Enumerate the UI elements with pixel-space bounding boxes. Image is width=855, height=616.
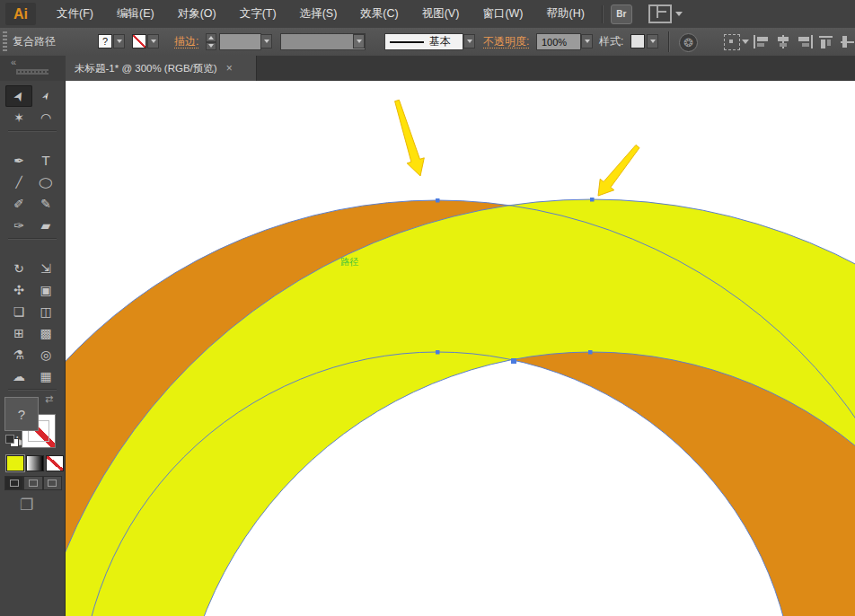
fill-color-dropdown[interactable]: [113, 34, 125, 48]
free-transform-tool[interactable]: ▣: [32, 279, 59, 301]
stroke-panel-link[interactable]: 描边:: [174, 28, 198, 48]
app-logo: Ai: [5, 3, 36, 25]
anchor-point[interactable]: [436, 350, 440, 355]
fill-color-swatch[interactable]: ?: [98, 34, 112, 48]
width-tool[interactable]: ✣: [5, 279, 32, 301]
screen-mode-icon[interactable]: ❐: [20, 496, 33, 515]
recolor-artwork-icon[interactable]: ❂: [679, 33, 698, 52]
column-graph-tool[interactable]: ▦: [32, 365, 59, 387]
stroke-profile-dropdown[interactable]: [353, 34, 365, 48]
direct-selection-icon: ➢: [39, 90, 52, 103]
stepper-up-icon[interactable]: [206, 33, 216, 42]
magic-wand-tool[interactable]: ✶: [5, 107, 32, 128]
draw-normal-button[interactable]: [4, 476, 23, 490]
graphic-style-swatch[interactable]: [630, 34, 645, 48]
selection-tool[interactable]: ➤: [5, 85, 32, 107]
gradient-tool[interactable]: ▩: [32, 322, 59, 344]
symbol-sprayer-tool[interactable]: ☁: [5, 365, 32, 387]
style-label: 样式:: [599, 28, 623, 56]
drag-handle[interactable]: [3, 31, 7, 52]
color-button[interactable]: [6, 455, 24, 471]
stroke-weight-field[interactable]: [219, 33, 261, 50]
rotate-tool[interactable]: ↻: [5, 258, 32, 279]
document-title: 未标题-1* @ 300% (RGB/预览): [75, 62, 217, 75]
eyedropper-icon: ⚗: [13, 348, 25, 361]
pencil-icon: ✎: [40, 198, 51, 210]
ellipse-icon: ◯: [39, 177, 53, 187]
menu-item-8[interactable]: 帮助(H): [535, 0, 596, 28]
menu-item-2[interactable]: 对象(O): [166, 0, 228, 28]
close-icon[interactable]: ×: [226, 63, 233, 74]
none-button[interactable]: [46, 455, 64, 471]
lasso-tool[interactable]: ◠: [32, 107, 59, 128]
ellipse-tool[interactable]: ◯: [32, 172, 59, 193]
opacity-dropdown[interactable]: [581, 34, 593, 48]
menu-item-0[interactable]: 文件(F): [45, 0, 105, 28]
opacity-panel-link[interactable]: 不透明度:: [483, 28, 529, 48]
shape-builder-tool[interactable]: ❏: [5, 301, 32, 322]
document-tab[interactable]: 未标题-1* @ 300% (RGB/预览) ×: [66, 56, 257, 81]
align-top-icon[interactable]: [819, 35, 837, 48]
opacity-field[interactable]: 100%: [536, 33, 581, 50]
brush-definition-dropdown[interactable]: [463, 34, 475, 48]
stroke-weight-stepper[interactable]: [206, 33, 216, 50]
gradient-button[interactable]: [26, 455, 44, 471]
align-horizontal-center-icon[interactable]: [774, 35, 792, 48]
eyedropper-tool[interactable]: ⚗: [5, 344, 32, 365]
blend-icon: ◎: [40, 348, 51, 361]
menu-item-7[interactable]: 窗口(W): [471, 0, 534, 28]
brush-definition-field[interactable]: 基本: [384, 33, 463, 50]
column-graph-icon: ▦: [40, 370, 51, 383]
bridge-button[interactable]: Br: [611, 4, 632, 24]
anchor-point[interactable]: [590, 198, 595, 202]
collapse-panel-icon[interactable]: «: [11, 57, 15, 67]
align-left-icon[interactable]: [753, 35, 771, 48]
align-right-icon[interactable]: [796, 35, 814, 48]
blend-tool[interactable]: ◎: [32, 344, 59, 365]
blob-brush-icon: ✑: [13, 219, 24, 232]
default-fill-stroke-icon[interactable]: [5, 435, 18, 446]
type-tool[interactable]: T: [32, 150, 59, 172]
menu-item-6[interactable]: 视图(V): [410, 0, 472, 28]
menu-item-4[interactable]: 选择(S): [288, 0, 349, 28]
transform-dropdown-icon[interactable]: [742, 40, 749, 44]
pencil-tool[interactable]: ✎: [32, 193, 59, 215]
draw-behind-button[interactable]: [23, 476, 42, 490]
menu-item-3[interactable]: 文字(T): [228, 0, 288, 28]
eraser-tool[interactable]: ▰: [32, 215, 59, 236]
menu-item-5[interactable]: 效果(C): [348, 0, 410, 28]
swap-fill-stroke-icon[interactable]: ⇄: [45, 393, 53, 405]
transform-icon[interactable]: [724, 34, 740, 50]
gradient-icon: ▩: [40, 327, 51, 339]
direct-selection-tool[interactable]: ➢: [32, 85, 59, 107]
perspective-grid-tool[interactable]: ◫: [32, 301, 59, 322]
draw-inside-button[interactable]: [43, 476, 62, 490]
anchor-point[interactable]: [588, 350, 593, 355]
fill-indicator[interactable]: ?: [4, 397, 39, 431]
paintbrush-tool[interactable]: ✐: [5, 193, 32, 215]
anchor-point[interactable]: [436, 198, 440, 203]
width-icon: ✣: [13, 284, 24, 296]
stepper-down-icon[interactable]: [206, 42, 216, 51]
workspace-switcher[interactable]: [648, 4, 683, 23]
line-segment-tool[interactable]: ╱: [5, 172, 32, 193]
anchor-point-highlight[interactable]: [511, 358, 516, 364]
graphic-style-dropdown[interactable]: [647, 34, 658, 48]
blob-brush-tool[interactable]: ✑: [5, 215, 32, 236]
artboard-canvas[interactable]: 路径: [66, 81, 855, 616]
mesh-tool[interactable]: ⊞: [5, 322, 32, 344]
stroke-weight-dropdown[interactable]: [260, 34, 272, 48]
illustrator-window: Ai 文件(F)编辑(E)对象(O)文字(T)选择(S)效果(C)视图(V)窗口…: [0, 0, 855, 616]
menu-bar: Ai 文件(F)编辑(E)对象(O)文字(T)选择(S)效果(C)视图(V)窗口…: [0, 0, 855, 29]
fill-stroke-control: ? ⇄: [4, 395, 63, 449]
tools-panel: ➤➢✶◠✒T╱◯✐✎✑▰↻⇲✣▣❏◫⊞▩⚗◎☁▦✛✂☛⌕ ? ⇄: [0, 81, 66, 616]
menu-item-1[interactable]: 编辑(E): [105, 0, 166, 28]
scale-tool[interactable]: ⇲: [32, 258, 59, 279]
align-vertical-center-icon[interactable]: [841, 35, 855, 48]
stroke-color-dropdown[interactable]: [147, 34, 159, 48]
stroke-color-swatch[interactable]: [132, 34, 146, 48]
canvas-area[interactable]: 路径: [66, 81, 855, 616]
pen-tool[interactable]: ✒: [5, 150, 32, 172]
menu-items: 文件(F)编辑(E)对象(O)文字(T)选择(S)效果(C)视图(V)窗口(W)…: [45, 0, 596, 28]
panel-grip-icon[interactable]: [16, 69, 48, 75]
